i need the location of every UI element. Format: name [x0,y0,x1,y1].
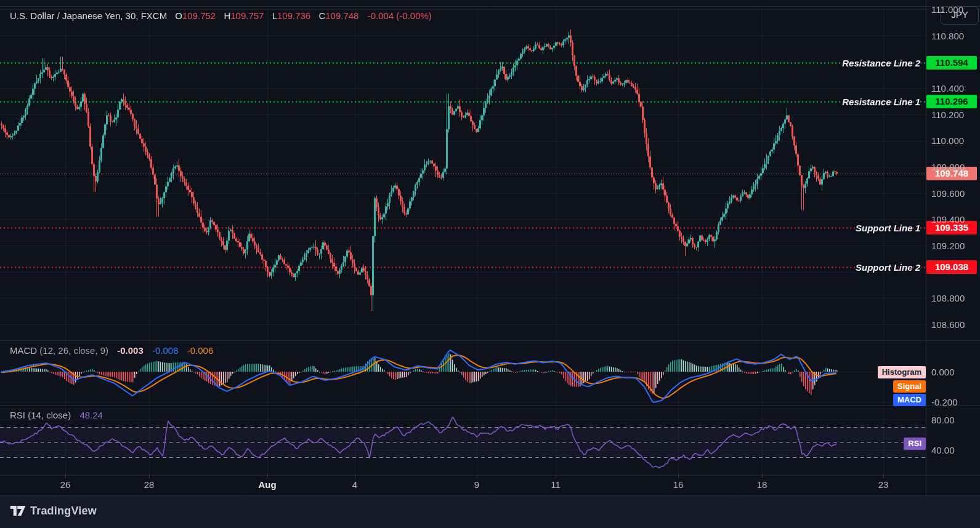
open-label: O [175,10,182,21]
resistance-line-1-label[interactable]: Resistance Line 1 [842,97,920,107]
resistance-line-2-price-flag: 110.594 [926,56,977,70]
price-tick-label: 109.600 [931,188,965,199]
time-tick-label: 16 [673,479,684,490]
histogram-scale-flag: Histogram [878,366,926,378]
time-tick-label: 4 [352,479,357,490]
resistance-line-2-label[interactable]: Resistance Line 2 [842,57,920,68]
high-label: H [224,10,230,21]
signal-scale-flag: Signal [893,380,926,393]
rsi-scale-flag: RSI [904,438,926,450]
rsi-tick-label: 80.00 [931,415,955,425]
macd-tick-label: -0.200 [931,397,958,407]
resistance-line-1-price-flag: 110.296 [926,95,977,108]
symbol-legend[interactable]: U.S. Dollar / Japanese Yen, 30, FXCM O10… [10,10,432,21]
time-tick-label: 9 [474,479,479,490]
price-tick-label: 109.200 [931,241,965,251]
support-line-1-label[interactable]: Support Line 1 [856,223,920,233]
macd-legend[interactable]: MACD (12, 26, close, 9) -0.003 -0.008 -0… [10,345,213,356]
close-value: 109.748 [325,10,358,21]
change-value: -0.004 (-0.00%) [368,10,432,21]
macd-title: MACD [10,345,37,356]
price-tick-label: 109.400 [931,214,965,225]
rsi-title: RSI (14, close) [10,410,71,420]
price-tick-label: 109.800 [931,162,965,172]
tradingview-logo-text: TradingView [30,505,97,518]
symbol-title: U.S. Dollar / Japanese Yen, 30, FXCM [10,10,167,21]
price-tick-label: 110.800 [931,31,964,41]
time-tick-label: 28 [144,479,155,490]
macd-signal-value: -0.006 [187,345,214,356]
high-value: 109.757 [230,10,264,21]
rsi-tick-label: 40.00 [931,445,955,455]
price-tick-label: 110.400 [931,83,964,94]
price-tick-label: 110.000 [931,135,964,146]
price-tick-label: 108.600 [931,319,965,330]
rsi-legend[interactable]: RSI (14, close) 48.24 [10,410,103,420]
time-tick-label: 11 [551,479,561,490]
low-label: L [272,10,277,21]
chart-canvas[interactable] [0,0,980,528]
macd-line-value: -0.008 [152,345,179,356]
macd-tick-label: 0.000 [931,367,955,377]
open-value: 109.752 [182,10,216,21]
time-tick-label: Aug [258,479,276,490]
rsi-value: 48.24 [79,410,103,420]
macd-params: (12, 26, close, 9) [39,345,108,356]
low-value: 109.736 [277,10,310,21]
time-tick-label: 26 [60,479,71,490]
price-tick-label: 111.000 [931,4,963,15]
tradingview-branding[interactable]: TradingView [10,503,97,519]
tradingview-chart-window: U.S. Dollar / Japanese Yen, 30, FXCM O10… [0,0,980,528]
tradingview-logo-icon [10,503,26,519]
support-line-2-label[interactable]: Support Line 2 [856,262,920,272]
time-tick-label: 18 [757,479,767,490]
close-label: C [318,10,325,21]
macd-scale-flag: MACD [893,394,926,406]
price-tick-label: 110.200 [931,110,964,120]
price-tick-label: 108.800 [931,293,965,303]
macd-hist-value: -0.003 [117,345,144,356]
time-tick-label: 23 [878,479,889,490]
support-line-2-price-flag: 109.038 [926,260,977,274]
